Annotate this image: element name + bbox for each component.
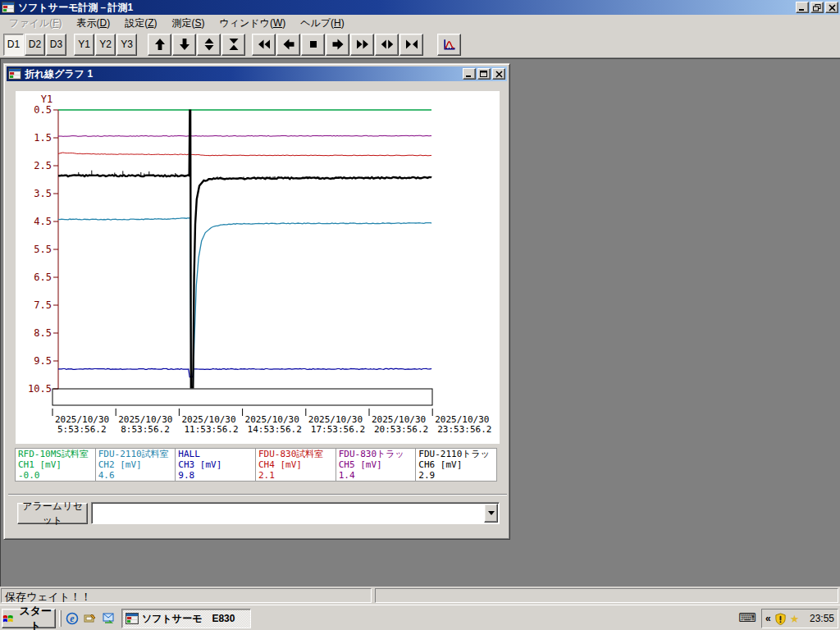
close-icon (829, 4, 836, 11)
menu-item-setting[interactable]: 設定(Z) (117, 15, 164, 32)
maximize-icon (480, 71, 488, 78)
tray-collapse-chevron[interactable]: « (765, 613, 771, 624)
fast-forward-button[interactable] (350, 34, 374, 56)
menu-item-window[interactable]: ウィンドウ(W) (212, 15, 294, 32)
channel-legend: RFD-10MS試料室CH1 [mV]-0.0FDU-2110試料室CH2 [m… (15, 448, 497, 482)
menu-item-file[interactable]: ファイル(F) (2, 15, 69, 32)
taskbar-app-button[interactable]: ソフトサーモ E830 (121, 609, 251, 628)
graph-maximize-button[interactable] (477, 68, 491, 80)
minimize-icon (465, 71, 473, 78)
main-title-bar[interactable]: ソフトサーモ計測－計測1 (0, 0, 840, 15)
x-tick-time: 5:53:56.2 (57, 424, 107, 435)
toolbar: D1D2D3Y1Y2Y3 (0, 31, 840, 58)
y1-button[interactable]: Y1 (74, 34, 94, 56)
security-shield-icon[interactable] (774, 613, 787, 625)
y-tick-label: 4.5 (34, 216, 52, 227)
graph-window-icon (8, 68, 21, 80)
start-button-label: スタート (16, 604, 55, 630)
scroll-down-button[interactable] (172, 34, 196, 56)
compress-horizontal-button[interactable] (399, 34, 423, 56)
legend-cell-ch3: HALLCH3 [mV]9.8 (176, 449, 256, 481)
line-chart-panel: Y10.51.52.53.54.55.56.57.58.59.510.52025… (16, 91, 500, 444)
taskbar-app-label: ソフトサーモ E830 (142, 612, 235, 626)
keyboard-tray-icon[interactable]: ⌨ (738, 610, 756, 625)
expand-horizontal-icon (381, 38, 394, 51)
d3-button[interactable]: D3 (46, 34, 66, 56)
graph-window: 折れ線グラフ 1 Y10.51.52.53.54.55.56.57.58.59.… (3, 63, 510, 540)
y-axis-label: Y1 (41, 94, 52, 105)
rewind-icon (258, 38, 271, 51)
status-message: 保存ウェイト！！ (1, 588, 372, 603)
expand-vertical-icon (203, 38, 216, 51)
internet-explorer-icon[interactable]: e (64, 610, 80, 627)
star-tray-icon[interactable]: ★ (790, 613, 800, 625)
combo-dropdown-button[interactable] (484, 504, 498, 523)
rewind-button[interactable] (252, 34, 276, 56)
expand-horizontal-button[interactable] (375, 34, 399, 56)
y-tick-label: 10.5 (28, 383, 52, 395)
restore-button[interactable] (810, 2, 824, 13)
restore-icon (813, 4, 821, 11)
quick-launch-handle[interactable] (59, 610, 62, 627)
expand-vertical-button[interactable] (197, 34, 221, 56)
x-tick-time: 23:53:56.2 (437, 424, 491, 435)
y-tick-label: 9.5 (34, 355, 52, 367)
alarm-reset-button[interactable]: アラームリセット (17, 503, 88, 524)
x-tick-time: 17:53:56.2 (311, 424, 365, 435)
arrow-down-icon (178, 38, 191, 51)
arrow-right-icon (331, 38, 345, 51)
arrow-left-icon (282, 38, 295, 51)
app-icon (2, 2, 15, 13)
menu-item-view[interactable]: 表示(D) (69, 15, 117, 32)
scroll-right-button[interactable] (326, 34, 349, 56)
legend-cell-ch2: FDU-2110試料室CH2 [mV]4.6 (96, 449, 176, 481)
series-ch3-line (58, 368, 431, 377)
app-icon (126, 613, 139, 624)
y2-button[interactable]: Y2 (95, 34, 116, 56)
series-ch2-line (58, 218, 431, 388)
stop-icon (307, 38, 320, 51)
separator (8, 494, 507, 495)
menu-bar: ファイル(F)表示(D)設定(Z)測定(S)ウィンドウ(W)ヘルプ(H) (0, 15, 840, 31)
x-tick-time: 20:53:56.2 (374, 424, 428, 435)
scroll-up-button[interactable] (148, 34, 171, 56)
y-tick-label: 8.5 (34, 327, 52, 339)
show-desktop-icon[interactable] (82, 610, 98, 627)
x-tick-time: 11:53:56.2 (184, 424, 238, 435)
x-tick-time: 14:53:56.2 (248, 424, 302, 435)
overview-box (52, 389, 432, 405)
system-tray: « ★ 23:55 (761, 609, 838, 628)
compress-vertical-icon (227, 38, 240, 51)
outlook-express-icon[interactable] (100, 610, 116, 627)
minimize-button[interactable] (796, 2, 809, 13)
series-ch6-line (58, 111, 431, 388)
d1-button[interactable]: D1 (3, 34, 24, 56)
graph-settings-button[interactable] (437, 34, 461, 56)
y-tick-label: 7.5 (34, 299, 52, 311)
legend-cell-ch6: FDU-2110トラッCH6 [mV]2.9 (416, 449, 496, 481)
close-icon (495, 71, 503, 78)
taskbar-clock: 23:55 (810, 613, 834, 624)
stop-button[interactable] (301, 34, 325, 56)
mdi-client-area: 折れ線グラフ 1 Y10.51.52.53.54.55.56.57.58.59.… (0, 58, 840, 587)
scroll-left-button[interactable] (276, 34, 300, 56)
graph-window-title-bar[interactable]: 折れ線グラフ 1 (7, 66, 507, 81)
screen: ソフトサーモ計測－計測1 ファイル(F)表示(D)設定(Z)測定(S)ウィンドウ… (0, 0, 840, 630)
y-tick-label: 2.5 (34, 160, 52, 171)
graph-minimize-button[interactable] (463, 68, 476, 80)
start-button[interactable]: スタート (2, 609, 56, 628)
graph-window-title: 折れ線グラフ 1 (25, 67, 461, 81)
y-tick-label: 1.5 (34, 132, 52, 144)
x-tick-time: 8:53:56.2 (121, 424, 170, 435)
minimize-icon (798, 4, 806, 11)
d2-button[interactable]: D2 (25, 34, 45, 56)
compress-vertical-button[interactable] (221, 34, 245, 56)
y3-button[interactable]: Y3 (116, 34, 137, 56)
menu-item-help[interactable]: ヘルプ(H) (293, 15, 352, 32)
svg-text:e: e (70, 613, 75, 624)
series-ch4-line (58, 153, 431, 156)
close-button[interactable] (825, 2, 838, 13)
menu-item-measure[interactable]: 測定(S) (164, 15, 212, 32)
alarm-combo-box[interactable] (91, 502, 500, 524)
graph-close-button[interactable] (492, 68, 505, 80)
